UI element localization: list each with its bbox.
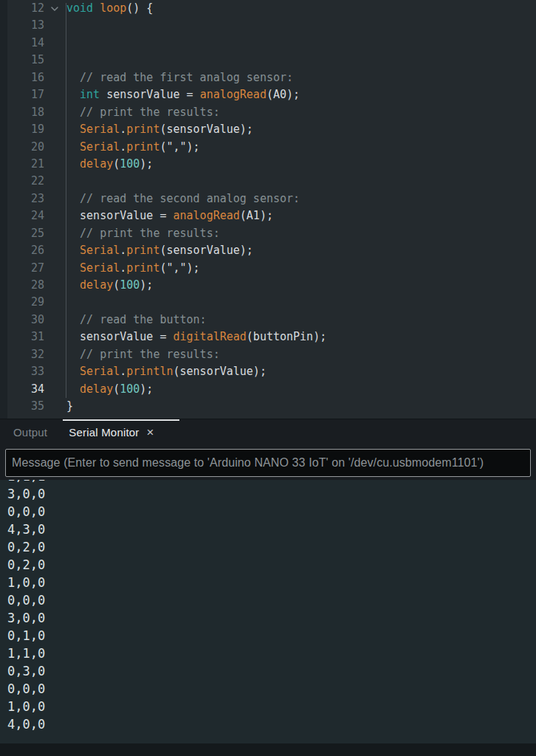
serial-output-line: 4,0,0 xyxy=(7,715,536,733)
line-number: 12 xyxy=(0,0,44,17)
code-text: sensorValue = digitalRead(buttonPin); xyxy=(65,329,326,346)
line-number: 15 xyxy=(0,52,44,69)
line-number: 34 xyxy=(0,381,44,398)
fold-chevron-icon[interactable] xyxy=(44,4,65,14)
line-number: 32 xyxy=(0,346,44,363)
tab-serial-monitor-label: Serial Monitor xyxy=(69,426,139,439)
code-line[interactable]: 32 // print the results: xyxy=(0,346,536,363)
code-line[interactable]: 16 // read the first analog sensor: xyxy=(0,69,536,86)
line-number: 17 xyxy=(0,86,44,103)
code-line[interactable]: 21 delay(100); xyxy=(0,156,536,173)
code-line[interactable]: 28 delay(100); xyxy=(0,277,536,294)
code-line[interactable]: 23 // read the second analog sensor: xyxy=(0,190,536,207)
serial-output-line: 1,0,0 xyxy=(7,698,536,715)
code-text: delay(100); xyxy=(65,277,153,294)
line-number: 24 xyxy=(0,207,44,224)
serial-output[interactable]: 1,1,13,0,00,0,04,3,00,2,00,2,01,0,00,0,0… xyxy=(0,480,536,743)
code-line[interactable]: 24 sensorValue = analogRead(A1); xyxy=(0,207,536,224)
code-line[interactable]: 26 Serial.print(sensorValue); xyxy=(0,242,536,259)
code-text: void loop() { xyxy=(65,0,153,17)
serial-output-line: 0,3,0 xyxy=(7,662,536,680)
code-line[interactable]: 27 Serial.print(","); xyxy=(0,260,536,277)
line-number: 28 xyxy=(0,277,44,294)
code-text: // read the first analog sensor: xyxy=(65,69,293,86)
code-line[interactable]: 18 // print the results: xyxy=(0,104,536,121)
line-number: 29 xyxy=(0,294,44,311)
bottom-strip xyxy=(0,743,536,756)
code-text: Serial.print(","); xyxy=(65,260,200,277)
line-number: 33 xyxy=(0,363,44,380)
line-number: 16 xyxy=(0,69,44,86)
serial-output-line: 0,0,0 xyxy=(7,503,536,520)
serial-output-line: 1,0,0 xyxy=(7,574,536,591)
code-line[interactable]: 14 xyxy=(0,35,536,52)
serial-input-row xyxy=(0,445,536,480)
code-text: // print the results: xyxy=(65,104,220,121)
line-number: 19 xyxy=(0,121,44,138)
serial-message-input[interactable] xyxy=(5,449,531,477)
code-line[interactable]: 30 // read the button: xyxy=(0,312,536,329)
line-number: 35 xyxy=(0,398,44,415)
code-text: delay(100); xyxy=(65,156,153,173)
code-text: // print the results: xyxy=(65,225,220,242)
serial-output-line: 4,3,0 xyxy=(7,520,536,538)
line-number: 18 xyxy=(0,104,44,121)
line-number: 30 xyxy=(0,312,44,329)
serial-output-line: 0,0,0 xyxy=(7,591,536,609)
close-icon[interactable]: × xyxy=(147,426,154,439)
line-number: 14 xyxy=(0,35,44,52)
serial-output-line: 0,2,0 xyxy=(7,538,536,556)
line-number: 25 xyxy=(0,225,44,242)
code-line[interactable]: 22 xyxy=(0,173,536,190)
code-text: // read the button: xyxy=(65,312,207,329)
line-number: 27 xyxy=(0,260,44,277)
code-text: Serial.print(","); xyxy=(65,139,200,156)
code-lines: 12void loop() {13141516 // read the firs… xyxy=(0,0,536,416)
code-line[interactable]: 12void loop() { xyxy=(0,0,536,17)
serial-output-line: 3,0,0 xyxy=(7,609,536,627)
serial-output-line: 0,2,0 xyxy=(7,556,536,574)
line-number: 23 xyxy=(0,190,44,207)
code-line[interactable]: 17 int sensorValue = analogRead(A0); xyxy=(0,86,536,103)
code-line[interactable]: 20 Serial.print(","); xyxy=(0,139,536,156)
code-text: delay(100); xyxy=(65,381,153,398)
line-number: 26 xyxy=(0,242,44,259)
tab-output-label: Output xyxy=(13,426,47,439)
code-editor[interactable]: 12void loop() {13141516 // read the firs… xyxy=(0,0,536,419)
code-text: // print the results: xyxy=(65,346,220,363)
code-line[interactable]: 13 xyxy=(0,17,536,34)
code-line[interactable]: 31 sensorValue = digitalRead(buttonPin); xyxy=(0,329,536,346)
tab-serial-monitor[interactable]: Serial Monitor × xyxy=(69,426,154,439)
code-line[interactable]: 34 delay(100); xyxy=(0,381,536,398)
code-line[interactable]: 19 Serial.print(sensorValue); xyxy=(0,121,536,138)
line-number: 22 xyxy=(0,173,44,190)
code-line[interactable]: 25 // print the results: xyxy=(0,225,536,242)
serial-output-line: 3,0,0 xyxy=(7,485,536,503)
line-number: 31 xyxy=(0,329,44,346)
code-line[interactable]: 15 xyxy=(0,52,536,69)
code-text: // read the second analog sensor: xyxy=(65,190,300,207)
line-number: 13 xyxy=(0,17,44,34)
code-text: Serial.println(sensorValue); xyxy=(65,363,267,380)
code-text: Serial.print(sensorValue); xyxy=(65,242,253,259)
line-number: 20 xyxy=(0,139,44,156)
tab-output[interactable]: Output xyxy=(13,426,47,439)
active-tab-indicator xyxy=(63,419,179,421)
serial-output-line: 0,0,0 xyxy=(7,680,536,698)
code-text: sensorValue = analogRead(A1); xyxy=(65,207,273,224)
code-line[interactable]: 29 xyxy=(0,294,536,311)
serial-output-line: 1,1,1 xyxy=(7,480,536,485)
panel-tab-bar: Output Serial Monitor × xyxy=(0,419,536,445)
code-text: } xyxy=(65,398,73,415)
code-line[interactable]: 33 Serial.println(sensorValue); xyxy=(0,363,536,380)
code-text: Serial.print(sensorValue); xyxy=(65,121,253,138)
serial-output-line: 1,1,0 xyxy=(7,645,536,662)
code-line[interactable]: 35} xyxy=(0,398,536,415)
line-number: 21 xyxy=(0,156,44,173)
code-text: int sensorValue = analogRead(A0); xyxy=(65,86,300,103)
serial-output-line: 0,1,0 xyxy=(7,627,536,645)
